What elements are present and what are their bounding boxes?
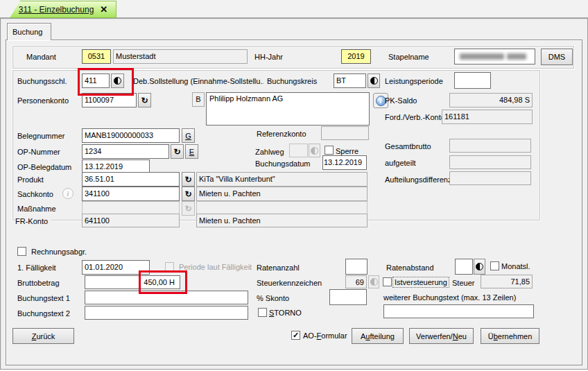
ao-post: ormular — [321, 331, 347, 340]
gesamtbrutto-field — [449, 139, 531, 153]
massnahme-label: Maßnahme — [17, 202, 56, 215]
referenzkonto-label: Referenzkonto — [257, 128, 306, 140]
einzelbuchung-window: 311 - Einzelbuchung ✕ Buchung Mandant 05… — [0, 0, 588, 371]
refresh-icon: ↻ — [173, 148, 180, 156]
mandant-name-field: Musterstadt — [113, 49, 248, 64]
periode-checkbox-disabled — [165, 262, 174, 271]
personenkonto-refresh-button[interactable]: ↻ — [138, 93, 151, 107]
ratenabstand-lookup-button[interactable] — [474, 259, 485, 275]
verwerfen-neu-button[interactable]: Verwerfen/Neu — [409, 328, 474, 344]
dms-button[interactable]: DMS — [541, 49, 573, 65]
periode-label: Periode laut Fälligkeit — [179, 261, 252, 273]
monatsl-checkbox[interactable] — [490, 261, 499, 270]
tab-title: 311 - Einzelbuchung — [19, 5, 94, 15]
mandant-label: Mandant — [26, 51, 56, 63]
steuerkennzeichen-field: 69 — [345, 275, 367, 288]
check-icon: ✓ — [293, 331, 299, 340]
hh-jahr-field[interactable]: 2019 — [341, 49, 371, 64]
op-nummer-field[interactable]: 1234 — [82, 144, 169, 159]
sperre-checkbox[interactable] — [325, 146, 334, 155]
halfmoon-icon — [311, 147, 318, 155]
buchungstext1-field[interactable] — [85, 291, 248, 304]
op-nummer-refresh-button[interactable]: ↻ — [171, 144, 184, 159]
aufteilung-button[interactable]: Aufteilung — [352, 328, 404, 344]
skonto-field[interactable] — [329, 289, 367, 305]
belegnummer-label: Belegnummer — [17, 130, 64, 142]
tab-einzelbuchung[interactable]: 311 - Einzelbuchung ✕ — [10, 1, 116, 18]
halfmoon-icon — [370, 278, 378, 286]
zurueck-button[interactable]: Zurück — [12, 328, 74, 344]
belegnummer-g-button[interactable]: G — [182, 128, 195, 143]
buchungsdatum-field[interactable]: 13.12.2019 — [322, 155, 367, 170]
uebernehmen-pre: Ü — [488, 332, 494, 340]
sachkonto-refresh-button[interactable]: ↻ — [182, 187, 195, 201]
massnahme-refresh-button-disabled: ↻ — [182, 201, 195, 216]
buchungskreis-field[interactable]: BT — [334, 74, 366, 88]
produkt-refresh-button[interactable]: ↻ — [182, 172, 195, 187]
ratenanzahl-field[interactable] — [345, 259, 368, 275]
steuerkennzeichen-label: Steuerkennzeichen — [257, 277, 322, 289]
rechnungsabgr-checkbox[interactable] — [17, 247, 26, 256]
storno-label: STORNO — [269, 307, 302, 319]
faelligkeit-label: 1. Fälligkeit — [17, 261, 56, 274]
steuerkennzeichen-lookup-button-disabled — [368, 275, 379, 288]
fr-konto-field: 641100 — [82, 214, 180, 227]
pk-saldo-label: PK-Saldo — [385, 94, 417, 107]
close-icon[interactable]: ✕ — [100, 4, 107, 15]
aufgeteilt-label: aufgeteilt — [385, 157, 416, 169]
fr-konto-desc-field: Mieten u. Pachten — [196, 214, 368, 227]
buchungsschl-field[interactable]: 411 — [82, 74, 110, 88]
uebernehmen-post: ernehmen — [498, 332, 533, 340]
ford-verb-field: 161181 — [442, 110, 533, 124]
buchungskreis-lookup-button[interactable] — [368, 74, 380, 88]
faelligkeit-field[interactable]: 01.01.2020 — [82, 260, 150, 275]
ford-verb-label: Ford./Verb.-Konto — [385, 111, 445, 123]
storno-checkbox[interactable] — [258, 308, 267, 317]
ao-pre: AO- — [303, 331, 317, 340]
steuer-label: Steuer — [452, 277, 474, 289]
sachkonto-field[interactable]: 341100 — [82, 187, 180, 201]
buchungsschl-desc: Deb.Sollstellung (Einnahme-Sollstellu... — [133, 75, 263, 87]
produkt-desc-field: KiTa "Villa Kunterbunt" — [196, 172, 368, 187]
sachkonto-desc-field: Mieten u. Pachten — [196, 187, 368, 201]
b-tag: B — [192, 92, 205, 107]
rechnungsabgr-label: Rechnungsabgr. — [31, 245, 87, 258]
monatsl-label: Monatsl. — [501, 260, 530, 273]
produkt-field[interactable]: 36.51.01 — [82, 172, 180, 187]
bruttobetrag-field[interactable]: 450,00 H — [85, 275, 180, 289]
belegnummer-field[interactable]: MANB19000000033 — [82, 128, 180, 143]
personenkonto-name: Phlilipp Holzmann AG — [209, 94, 283, 103]
leistungsperiode-field[interactable] — [454, 72, 491, 89]
halfmoon-icon — [370, 77, 378, 85]
ao-formular-label: AO-Formular — [303, 329, 347, 342]
buchungsschl-label: Buchungsschl. — [17, 75, 67, 87]
buchungsschl-lookup-button[interactable] — [111, 74, 124, 88]
istversteuerung-checkbox[interactable] — [383, 277, 392, 286]
ratenabstand-field[interactable] — [455, 259, 473, 275]
ratenanzahl-label: Ratenanzahl — [257, 261, 300, 274]
personenkonto-field[interactable]: 1100097 — [82, 93, 137, 107]
steuer-field: 71,85 — [481, 275, 533, 288]
personenkonto-name-box: Phlilipp Holzmann AG — [206, 92, 370, 126]
aufteilungsdifferenz-field — [449, 171, 531, 185]
ao-formular-checkbox[interactable]: ✓ — [291, 331, 300, 340]
pk-saldo-field: 484,98 S — [449, 93, 533, 107]
dms-button-label: DMS — [548, 53, 565, 61]
tab-buchung[interactable]: Buchung — [7, 23, 51, 40]
aufteilungsdifferenz-label: Aufteilungsdifferenz — [385, 173, 451, 186]
weiterer-buchungstext-field[interactable] — [383, 304, 534, 318]
gesamtbrutto-label: Gesamtbrutto — [385, 140, 431, 153]
uebernehmen-button[interactable]: Übernehmen — [481, 328, 539, 344]
stapelname-redacted-value — [507, 53, 526, 60]
mandant-code-field[interactable]: 0531 — [82, 49, 111, 64]
zahlweg-lookup-button-disabled — [309, 144, 320, 157]
buchungstext2-field[interactable] — [85, 306, 248, 320]
refresh-icon: ↻ — [184, 190, 191, 198]
zurueck-post: urück — [36, 332, 55, 340]
stapelname-label: Stapelname — [388, 51, 429, 63]
g-button-label: G — [185, 132, 191, 140]
istversteuerung-label[interactable]: Istversteuerung — [392, 277, 449, 288]
buchungskreis-label: Buchungskreis — [267, 75, 317, 87]
op-nummer-e-button[interactable]: E — [185, 144, 198, 159]
e-button-label: E — [189, 148, 194, 156]
